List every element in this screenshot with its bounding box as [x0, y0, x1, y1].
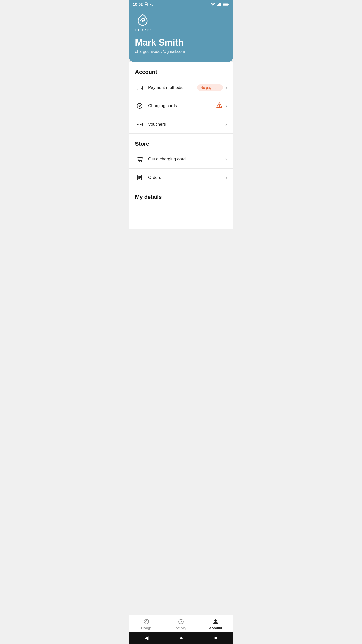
- vouchers-right: ›: [225, 122, 227, 127]
- content: Account Payment methods No payment › Cha…: [129, 62, 233, 229]
- time: 10:52: [133, 2, 143, 6]
- vouchers-item[interactable]: Vouchers ›: [129, 115, 233, 134]
- logo-area: ELDRIVE: [135, 12, 227, 32]
- cart-icon: [135, 155, 144, 164]
- orders-icon: [135, 173, 144, 182]
- payment-methods-right: No payment ›: [197, 84, 227, 91]
- warning-icon: [216, 102, 223, 110]
- user-name: Mark Smith: [135, 37, 227, 48]
- svg-point-10: [142, 20, 144, 22]
- wallet-icon: [135, 83, 144, 92]
- signal-icon: [217, 2, 221, 6]
- status-bar: 10:52 HD: [129, 0, 233, 8]
- status-right: [210, 2, 229, 6]
- svg-point-12: [141, 88, 142, 89]
- svg-rect-3: [217, 5, 218, 6]
- get-charging-card-label: Get a charging card: [148, 157, 225, 162]
- user-email: chargedrivedev@gmail.com: [135, 49, 227, 54]
- svg-rect-9: [223, 3, 228, 5]
- get-charging-card-chevron: ›: [225, 157, 227, 162]
- header: ELDRIVE Mark Smith chargedrivedev@gmail.…: [129, 8, 233, 62]
- orders-chevron: ›: [225, 175, 227, 180]
- get-charging-card-item[interactable]: Get a charging card ›: [129, 150, 233, 169]
- svg-rect-1: [145, 4, 147, 5]
- svg-text:HD: HD: [150, 3, 153, 6]
- vouchers-label: Vouchers: [148, 122, 225, 127]
- voucher-icon: [135, 120, 144, 129]
- svg-rect-6: [220, 3, 221, 6]
- svg-rect-16: [137, 123, 142, 126]
- svg-point-20: [139, 161, 140, 162]
- charging-cards-item[interactable]: Charging cards ›: [129, 97, 233, 115]
- wifi-icon: [210, 2, 215, 6]
- account-section-title: Account: [129, 62, 233, 78]
- orders-label: Orders: [148, 175, 225, 180]
- orders-right: ›: [225, 175, 227, 180]
- logo-text: ELDRIVE: [135, 28, 227, 32]
- battery-icon: [223, 3, 229, 6]
- payment-methods-item[interactable]: Payment methods No payment ›: [129, 78, 233, 97]
- hd-icon: HD: [150, 3, 154, 6]
- get-charging-card-right: ›: [225, 157, 227, 162]
- orders-item[interactable]: Orders ›: [129, 169, 233, 187]
- payment-methods-label: Payment methods: [148, 85, 197, 90]
- svg-rect-5: [219, 3, 220, 6]
- charging-cards-label: Charging cards: [148, 103, 216, 108]
- svg-rect-11: [137, 86, 142, 90]
- svg-point-18: [141, 124, 142, 125]
- payment-methods-chevron: ›: [225, 85, 227, 90]
- svg-rect-4: [218, 4, 219, 6]
- svg-point-17: [138, 124, 139, 125]
- svg-point-21: [141, 161, 142, 162]
- status-left: 10:52 HD: [133, 2, 154, 6]
- my-details-section-title: My details: [129, 187, 233, 204]
- svg-rect-8: [228, 4, 229, 5]
- charging-cards-right: ›: [216, 102, 227, 110]
- card-icon: [135, 101, 144, 110]
- charging-cards-chevron: ›: [225, 103, 227, 109]
- store-section-title: Store: [129, 134, 233, 150]
- svg-point-15: [219, 106, 220, 107]
- eldrive-logo-icon: [135, 12, 150, 27]
- svg-point-13: [137, 103, 142, 108]
- vouchers-chevron: ›: [225, 122, 227, 127]
- sim-icon: [144, 2, 148, 6]
- no-payment-badge: No payment: [197, 84, 223, 91]
